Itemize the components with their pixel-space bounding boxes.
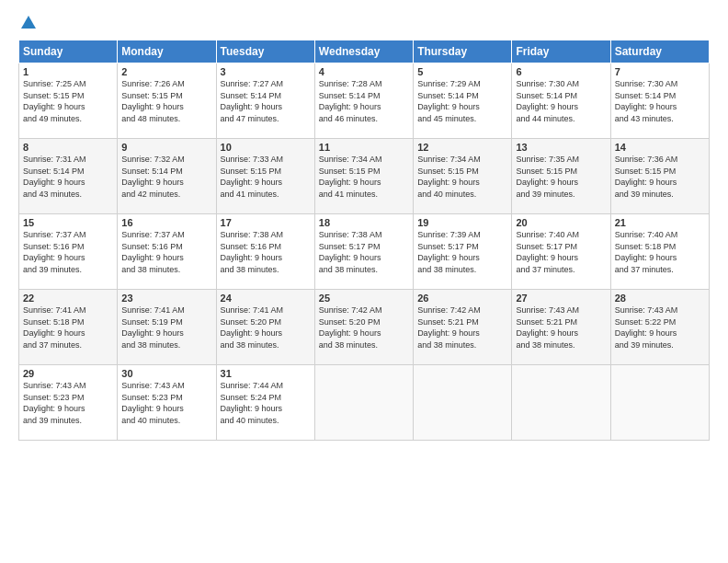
day-info: Sunrise: 7:41 AM Sunset: 5:20 PM Dayligh… (221, 304, 311, 350)
day-number: 11 (319, 142, 409, 153)
day-info: Sunrise: 7:28 AM Sunset: 5:14 PM Dayligh… (319, 78, 409, 124)
sunrise-label: Sunrise: 7:31 AM (23, 155, 86, 164)
daylight-minutes: and 37 minutes. (23, 340, 82, 350)
day-number: 5 (417, 66, 507, 77)
calendar-body: 1 Sunrise: 7:25 AM Sunset: 5:15 PM Dayli… (19, 63, 710, 441)
daylight-label: Daylight: 9 hours (516, 253, 578, 262)
daylight-label: Daylight: 9 hours (221, 404, 283, 413)
daylight-minutes: and 38 minutes. (221, 265, 279, 274)
calendar-cell: 22 Sunrise: 7:41 AM Sunset: 5:18 PM Dayl… (19, 290, 118, 365)
daylight-label: Daylight: 9 hours (221, 102, 283, 111)
sunset-label: Sunset: 5:20 PM (319, 317, 381, 327)
sunrise-label: Sunrise: 7:34 AM (417, 155, 481, 164)
daylight-minutes: and 38 minutes. (417, 340, 476, 350)
day-info: Sunrise: 7:38 AM Sunset: 5:17 PM Dayligh… (319, 229, 409, 275)
daylight-label: Daylight: 9 hours (121, 328, 184, 338)
day-info: Sunrise: 7:26 AM Sunset: 5:15 PM Dayligh… (121, 78, 211, 124)
calendar-cell: 4 Sunrise: 7:28 AM Sunset: 5:14 PM Dayli… (314, 63, 413, 139)
sunset-label: Sunset: 5:14 PM (516, 91, 577, 100)
sunset-label: Sunset: 5:23 PM (23, 393, 85, 402)
sunrise-label: Sunrise: 7:26 AM (121, 79, 185, 88)
day-info: Sunrise: 7:41 AM Sunset: 5:19 PM Dayligh… (121, 304, 211, 350)
calendar-week-4: 22 Sunrise: 7:41 AM Sunset: 5:18 PM Dayl… (19, 290, 710, 365)
calendar-cell: 6 Sunrise: 7:30 AM Sunset: 5:14 PM Dayli… (512, 63, 610, 139)
day-number: 16 (121, 217, 211, 228)
daylight-label: Daylight: 9 hours (121, 253, 184, 262)
day-info: Sunrise: 7:44 AM Sunset: 5:24 PM Dayligh… (221, 380, 311, 426)
daylight-label: Daylight: 9 hours (23, 253, 85, 262)
day-info: Sunrise: 7:40 AM Sunset: 5:18 PM Dayligh… (615, 229, 705, 275)
daylight-minutes: and 38 minutes. (121, 340, 180, 350)
calendar-cell: 19 Sunrise: 7:39 AM Sunset: 5:17 PM Dayl… (414, 214, 512, 290)
sunset-label: Sunset: 5:17 PM (417, 242, 479, 251)
daylight-minutes: and 40 minutes. (121, 416, 180, 425)
calendar-cell: 10 Sunrise: 7:33 AM Sunset: 5:15 PM Dayl… (216, 139, 314, 214)
calendar-cell: 25 Sunrise: 7:42 AM Sunset: 5:20 PM Dayl… (314, 290, 413, 365)
daylight-minutes: and 37 minutes. (516, 265, 574, 274)
sunset-label: Sunset: 5:14 PM (615, 91, 677, 100)
calendar-cell: 16 Sunrise: 7:37 AM Sunset: 5:16 PM Dayl… (118, 214, 216, 290)
calendar-header-monday: Monday (118, 40, 216, 63)
daylight-label: Daylight: 9 hours (23, 328, 85, 338)
daylight-minutes: and 37 minutes. (615, 265, 674, 274)
sunrise-label: Sunrise: 7:25 AM (23, 79, 86, 88)
daylight-minutes: and 45 minutes. (417, 114, 476, 123)
sunrise-label: Sunrise: 7:44 AM (221, 381, 284, 390)
calendar-cell: 31 Sunrise: 7:44 AM Sunset: 5:24 PM Dayl… (216, 365, 314, 441)
day-number: 28 (615, 293, 705, 304)
day-number: 31 (221, 368, 311, 379)
daylight-label: Daylight: 9 hours (417, 102, 480, 111)
calendar-week-5: 29 Sunrise: 7:43 AM Sunset: 5:23 PM Dayl… (19, 365, 710, 441)
daylight-label: Daylight: 9 hours (319, 102, 381, 111)
calendar-cell: 30 Sunrise: 7:43 AM Sunset: 5:23 PM Dayl… (118, 365, 216, 441)
day-number: 22 (23, 293, 113, 304)
sunrise-label: Sunrise: 7:43 AM (516, 305, 579, 315)
sunset-label: Sunset: 5:22 PM (615, 317, 677, 327)
daylight-minutes: and 44 minutes. (516, 114, 574, 123)
sunrise-label: Sunrise: 7:28 AM (319, 79, 382, 88)
day-number: 15 (23, 217, 113, 228)
day-number: 18 (319, 217, 409, 228)
daylight-label: Daylight: 9 hours (221, 328, 283, 338)
sunrise-label: Sunrise: 7:30 AM (516, 79, 579, 88)
calendar-cell: 3 Sunrise: 7:27 AM Sunset: 5:14 PM Dayli… (216, 63, 314, 139)
daylight-label: Daylight: 9 hours (516, 178, 578, 187)
day-number: 24 (221, 293, 311, 304)
day-info: Sunrise: 7:39 AM Sunset: 5:17 PM Dayligh… (417, 229, 507, 275)
logo (18, 14, 37, 30)
calendar-cell: 21 Sunrise: 7:40 AM Sunset: 5:18 PM Dayl… (610, 214, 709, 290)
day-number: 12 (417, 142, 507, 153)
daylight-minutes: and 40 minutes. (417, 190, 476, 199)
daylight-label: Daylight: 9 hours (615, 328, 677, 338)
sunrise-label: Sunrise: 7:40 AM (516, 230, 579, 239)
sunrise-label: Sunrise: 7:41 AM (121, 305, 185, 315)
calendar-cell: 26 Sunrise: 7:42 AM Sunset: 5:21 PM Dayl… (414, 290, 512, 365)
calendar-header-friday: Friday (512, 40, 610, 63)
day-info: Sunrise: 7:43 AM Sunset: 5:23 PM Dayligh… (121, 380, 211, 426)
day-info: Sunrise: 7:34 AM Sunset: 5:15 PM Dayligh… (319, 154, 409, 200)
sunrise-label: Sunrise: 7:38 AM (319, 230, 382, 239)
day-info: Sunrise: 7:33 AM Sunset: 5:15 PM Dayligh… (221, 154, 311, 200)
day-info: Sunrise: 7:37 AM Sunset: 5:16 PM Dayligh… (23, 229, 113, 275)
day-info: Sunrise: 7:35 AM Sunset: 5:15 PM Dayligh… (516, 154, 606, 200)
day-number: 30 (121, 368, 211, 379)
daylight-label: Daylight: 9 hours (615, 178, 677, 187)
sunset-label: Sunset: 5:21 PM (516, 317, 577, 327)
sunset-label: Sunset: 5:17 PM (319, 242, 381, 251)
day-info: Sunrise: 7:43 AM Sunset: 5:21 PM Dayligh… (516, 304, 606, 350)
daylight-minutes: and 46 minutes. (319, 114, 378, 123)
daylight-label: Daylight: 9 hours (319, 253, 381, 262)
calendar-cell: 1 Sunrise: 7:25 AM Sunset: 5:15 PM Dayli… (19, 63, 118, 139)
day-info: Sunrise: 7:32 AM Sunset: 5:14 PM Dayligh… (121, 154, 211, 200)
daylight-label: Daylight: 9 hours (417, 328, 480, 338)
calendar-table: SundayMondayTuesdayWednesdayThursdayFrid… (18, 40, 710, 441)
calendar-cell: 28 Sunrise: 7:43 AM Sunset: 5:22 PM Dayl… (610, 290, 709, 365)
daylight-label: Daylight: 9 hours (23, 102, 85, 111)
calendar-cell: 17 Sunrise: 7:38 AM Sunset: 5:16 PM Dayl… (216, 214, 314, 290)
day-info: Sunrise: 7:34 AM Sunset: 5:15 PM Dayligh… (417, 154, 507, 200)
sunrise-label: Sunrise: 7:43 AM (121, 381, 185, 390)
sunrise-label: Sunrise: 7:40 AM (615, 230, 678, 239)
daylight-minutes: and 47 minutes. (221, 114, 279, 123)
sunset-label: Sunset: 5:23 PM (121, 393, 183, 402)
daylight-minutes: and 38 minutes. (221, 340, 279, 350)
